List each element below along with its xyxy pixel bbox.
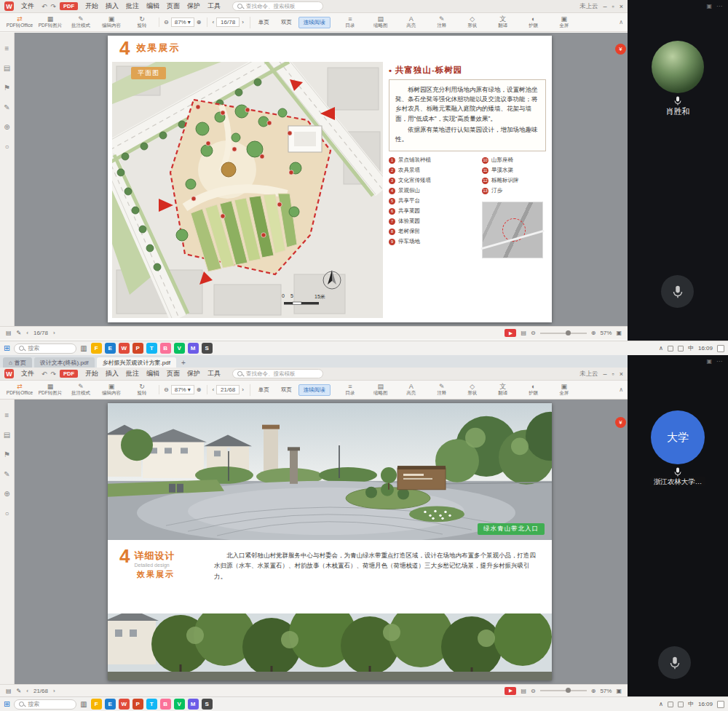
ribbon-button[interactable]: ✎ 批注模式	[66, 14, 96, 31]
clock[interactable]: 16:09	[698, 345, 713, 351]
zoom-slider[interactable]	[540, 690, 587, 691]
side-tool-icon[interactable]: ▤	[4, 64, 10, 72]
ribbon-collapse-icon[interactable]: ∧	[619, 19, 623, 25]
undo-icon[interactable]: ↶	[41, 370, 47, 378]
ribbon-button[interactable]: A 高亮	[396, 14, 427, 31]
close-button[interactable]: ×	[620, 3, 623, 10]
prev-page-icon[interactable]: ‹	[26, 688, 28, 694]
status-thumbnail-icon[interactable]: ▤	[6, 330, 12, 336]
undo-icon[interactable]: ↶	[41, 3, 47, 10]
zoom-out-icon[interactable]: ⊖	[164, 19, 169, 25]
start-button[interactable]: ⊞	[4, 699, 10, 709]
zoom-in-icon[interactable]: ⊕	[591, 330, 596, 336]
present-button[interactable]: ▶	[505, 329, 516, 337]
zoom-select[interactable]: 87%▾	[171, 385, 194, 394]
taskbar-app-icon[interactable]: B	[160, 343, 171, 354]
ime-indicator[interactable]: 中	[688, 700, 694, 708]
taskbar-search[interactable]: 搜索	[14, 343, 76, 354]
wps-promo-badge[interactable]: ¥	[615, 44, 626, 55]
side-tool-icon[interactable]: ○	[4, 509, 9, 517]
taskbar-app-icon[interactable]: E	[105, 343, 116, 354]
command-search[interactable]: 查找命令、搜索模板	[232, 369, 323, 378]
ribbon-button[interactable]: ▣ 编辑内容	[96, 14, 127, 31]
task-view-icon[interactable]: ▥	[80, 344, 87, 352]
taskbar-search[interactable]: 搜索	[14, 699, 76, 710]
document-tab[interactable]: 设计文本(终稿).pdf	[34, 357, 95, 368]
taskbar-app-icon[interactable]: S	[202, 343, 213, 354]
document-tab[interactable]: 乡村振兴景观设计方案.pdf	[97, 357, 176, 368]
restore-button[interactable]: ▫	[612, 3, 614, 10]
menu-tab[interactable]: 插入	[102, 1, 122, 11]
present-button[interactable]: ▶	[505, 687, 516, 695]
next-page-icon[interactable]: ›	[53, 688, 55, 694]
file-menu[interactable]: 文件	[17, 369, 38, 378]
view-toggle[interactable]: 连续阅读	[298, 17, 331, 28]
zoom-in-icon[interactable]: ⊕	[591, 688, 596, 694]
side-tool-icon[interactable]: ≡	[5, 44, 9, 52]
prev-page-icon[interactable]: ‹	[212, 19, 214, 25]
taskbar-app-icon[interactable]: T	[146, 699, 157, 710]
restore-button[interactable]: ▫	[612, 370, 614, 378]
taskbar-app-icon[interactable]: W	[119, 699, 130, 710]
ribbon-button[interactable]: ▣ 编辑内容	[96, 381, 127, 399]
view-toggle[interactable]: 单页	[253, 384, 274, 396]
taskbar-app-icon[interactable]: P	[132, 343, 143, 354]
menu-tab[interactable]: 保护	[183, 369, 204, 378]
taskbar-app-icon[interactable]: F	[91, 343, 102, 354]
page-indicator[interactable]: 16/78	[216, 17, 240, 27]
ribbon-button[interactable]: ◇ 形状	[457, 14, 488, 31]
taskbar-app-icon[interactable]: V	[174, 343, 185, 354]
ribbon-button[interactable]: ⇄ PDF转Office	[4, 381, 35, 399]
taskbar-app-icon[interactable]: T	[146, 343, 157, 354]
menu-tab[interactable]: 插入	[102, 369, 122, 378]
prev-page-icon[interactable]: ‹	[212, 386, 214, 393]
side-tool-icon[interactable]: ⚑	[4, 84, 10, 92]
start-button[interactable]: ⊞	[4, 343, 10, 353]
ribbon-button[interactable]: ↻ 旋转	[127, 14, 157, 31]
taskbar-app-icon[interactable]: M	[188, 699, 199, 710]
menu-tab[interactable]: 编辑	[143, 369, 163, 378]
volume-icon[interactable]	[678, 346, 684, 351]
view-mode-icon[interactable]: ▤	[521, 688, 526, 694]
menu-tab[interactable]: 工具	[204, 369, 224, 378]
ribbon-button[interactable]: ✎ 批注模式	[66, 381, 96, 399]
redo-icon[interactable]: ↷	[51, 370, 57, 378]
ribbon-button[interactable]: ✎ 注释	[427, 14, 457, 31]
ribbon-button[interactable]: ✎ 注释	[427, 381, 457, 399]
zoom-select[interactable]: 87%▾	[171, 17, 194, 27]
side-tool-icon[interactable]: ≡	[5, 411, 9, 419]
ribbon-button[interactable]: ▤ 缩略图	[365, 381, 396, 399]
panel-more-icon[interactable]: ⋯	[716, 3, 722, 9]
prev-page-icon[interactable]: ‹	[26, 330, 28, 336]
new-tab-button[interactable]: +	[178, 357, 189, 368]
taskbar-app-icon[interactable]: B	[160, 699, 171, 710]
minimize-button[interactable]: –	[604, 3, 607, 10]
ribbon-button[interactable]: ⇄ PDF转Office	[4, 14, 35, 31]
zoom-out-icon[interactable]: ⊖	[164, 386, 169, 393]
menu-tab[interactable]: 工具	[204, 1, 224, 11]
tray-expand-icon[interactable]: ∧	[659, 345, 663, 351]
ime-indicator[interactable]: 中	[688, 344, 694, 352]
taskbar-app-icon[interactable]: V	[174, 699, 185, 710]
ribbon-button[interactable]: ▣ 全屏	[549, 381, 579, 399]
menu-tab[interactable]: 保护	[183, 1, 204, 11]
view-mode-icon[interactable]: ▤	[521, 330, 526, 336]
side-tool-icon[interactable]: ✎	[4, 103, 9, 111]
task-view-icon[interactable]: ▥	[80, 700, 87, 708]
side-tool-icon[interactable]: ✎	[4, 470, 9, 478]
panel-expand-icon[interactable]: ▣	[706, 3, 712, 9]
volume-icon[interactable]	[678, 702, 684, 707]
clock[interactable]: 16:09	[698, 701, 713, 707]
home-tab[interactable]: ⌂ 首页	[3, 357, 32, 368]
ribbon-button[interactable]: 文 翻译	[488, 14, 518, 31]
ribbon-button[interactable]: ▦ PDF转图片	[35, 14, 66, 31]
network-icon[interactable]	[668, 702, 673, 707]
taskbar-app-icon[interactable]: F	[91, 699, 102, 710]
taskbar-app-icon[interactable]: P	[132, 699, 143, 710]
menu-tab[interactable]: 批注	[122, 1, 143, 11]
ribbon-button[interactable]: ▣ 全屏	[549, 14, 579, 31]
menu-tab[interactable]: 页面	[163, 369, 183, 378]
ribbon-button[interactable]: ▦ PDF转图片	[35, 381, 66, 399]
zoom-in-icon[interactable]: ⊕	[197, 386, 202, 393]
ribbon-collapse-icon[interactable]: ∧	[619, 386, 623, 393]
